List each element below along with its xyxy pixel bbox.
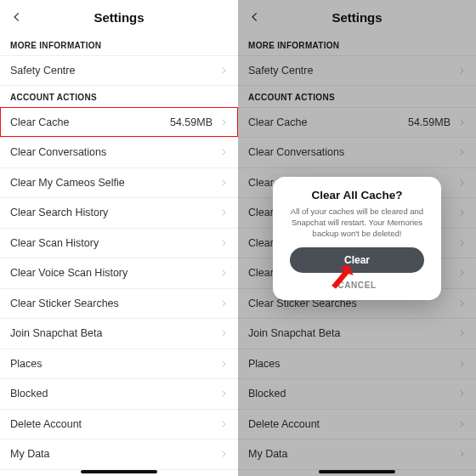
chevron-right-icon [457, 389, 466, 398]
chevron-right-icon [219, 148, 228, 156]
row-label: Join Snapchat Beta [248, 327, 457, 339]
chevron-right-icon [457, 208, 466, 217]
chevron-right-icon [219, 299, 228, 308]
row-clear-conversations[interactable]: Clear Conversations [238, 137, 476, 167]
row-my-data[interactable]: My Data [0, 439, 238, 469]
clear-cache-dialog: Clear All Cache? All of your caches will… [273, 177, 441, 300]
row-label: Safety Centre [248, 65, 457, 76]
clear-button[interactable]: Clear [290, 247, 424, 273]
row-label: Clear Sticker Searches [10, 298, 219, 309]
section-more-information: MORE INFORMATION [0, 34, 238, 55]
chevron-right-icon [457, 269, 466, 277]
chevron-right-icon [457, 66, 466, 75]
chevron-right-icon [457, 299, 466, 308]
row-label: Places [248, 358, 457, 370]
row-value: 54.59MB [170, 116, 212, 128]
row-blocked[interactable]: Blocked [0, 378, 238, 409]
chevron-right-icon [457, 118, 466, 127]
chevron-right-icon [219, 118, 228, 127]
row-value: 54.59MB [408, 116, 450, 128]
row-places[interactable]: Places [238, 348, 476, 379]
row-clear-conversations[interactable]: Clear Conversations [0, 137, 238, 167]
row-clear-voice-scan-history[interactable]: Clear Voice Scan History [0, 258, 238, 288]
section-account-actions: ACCOUNT ACTIONS [0, 86, 238, 107]
row-safety-centre[interactable]: Safety Centre [238, 55, 476, 86]
section-account-actions: ACCOUNT ACTIONS [238, 86, 476, 107]
row-label: Delete Account [248, 418, 457, 430]
home-indicator [319, 470, 395, 473]
row-places[interactable]: Places [0, 348, 238, 379]
cancel-button[interactable]: CANCEL [285, 278, 429, 292]
page-title: Settings [332, 10, 382, 25]
row-delete-account[interactable]: Delete Account [0, 409, 238, 439]
chevron-right-icon [219, 450, 228, 458]
row-clear-sticker-searches[interactable]: Clear Sticker Searches [0, 288, 238, 319]
row-label: My Data [248, 448, 457, 460]
chevron-right-icon [219, 389, 228, 398]
section-more-information: MORE INFORMATION [238, 34, 476, 55]
row-label: Clear Voice Scan History [10, 267, 219, 279]
chevron-right-icon [457, 239, 466, 247]
row-clear-search-history[interactable]: Clear Search History [0, 197, 238, 228]
row-label: Clear Scan History [10, 237, 219, 249]
row-label: Clear My Cameos Selfie [10, 177, 219, 189]
row-label: Clear Cache [10, 116, 170, 128]
dialog-title: Clear All Cache? [285, 189, 429, 201]
row-label: Safety Centre [10, 65, 219, 76]
chevron-right-icon [457, 420, 466, 428]
chevron-right-icon [457, 148, 466, 156]
page-title: Settings [94, 10, 144, 25]
chevron-right-icon [219, 329, 228, 337]
row-label: Clear Conversations [248, 146, 457, 158]
dialog-message: All of your caches will be cleared and S… [285, 207, 429, 239]
row-label: Clear Search History [10, 207, 219, 218]
row-clear-cache[interactable]: Clear Cache 54.59MB [238, 107, 476, 138]
row-label: Delete Account [10, 418, 219, 430]
row-blocked[interactable]: Blocked [238, 378, 476, 409]
row-join-snapchat-beta[interactable]: Join Snapchat Beta [238, 318, 476, 348]
header-bar: Settings [0, 0, 238, 34]
row-delete-account[interactable]: Delete Account [238, 409, 476, 439]
chevron-right-icon [457, 329, 466, 337]
home-indicator [81, 470, 157, 473]
chevron-right-icon [457, 360, 466, 368]
back-button[interactable] [7, 7, 27, 27]
row-label: Places [10, 358, 219, 370]
header-bar: Settings [238, 0, 476, 34]
chevron-left-icon [11, 11, 23, 23]
row-label: Blocked [10, 388, 219, 400]
row-label: Clear Cache [248, 116, 408, 128]
row-label: My Data [10, 448, 219, 460]
chevron-left-icon [249, 11, 261, 23]
chevron-right-icon [219, 269, 228, 277]
row-join-snapchat-beta[interactable]: Join Snapchat Beta [0, 318, 238, 348]
screenshot-left: Settings MORE INFORMATION Safety Centre … [0, 0, 238, 476]
chevron-right-icon [219, 66, 228, 75]
row-my-data[interactable]: My Data [238, 439, 476, 469]
row-clear-my-cameos-selfie[interactable]: Clear My Cameos Selfie [0, 167, 238, 198]
chevron-right-icon [219, 178, 228, 187]
row-clear-scan-history[interactable]: Clear Scan History [0, 228, 238, 258]
screenshot-right: Settings MORE INFORMATION Safety Centre … [238, 0, 476, 476]
row-clear-cache[interactable]: Clear Cache 54.59MB [0, 107, 238, 138]
row-label: Join Snapchat Beta [10, 327, 219, 339]
chevron-right-icon [219, 420, 228, 428]
row-label: Blocked [248, 388, 457, 400]
chevron-right-icon [219, 360, 228, 368]
row-safety-centre[interactable]: Safety Centre [0, 55, 238, 86]
chevron-right-icon [219, 239, 228, 247]
row-label: Clear Conversations [10, 146, 219, 158]
chevron-right-icon [457, 450, 466, 458]
chevron-right-icon [219, 208, 228, 217]
chevron-right-icon [457, 178, 466, 187]
back-button[interactable] [245, 7, 265, 27]
